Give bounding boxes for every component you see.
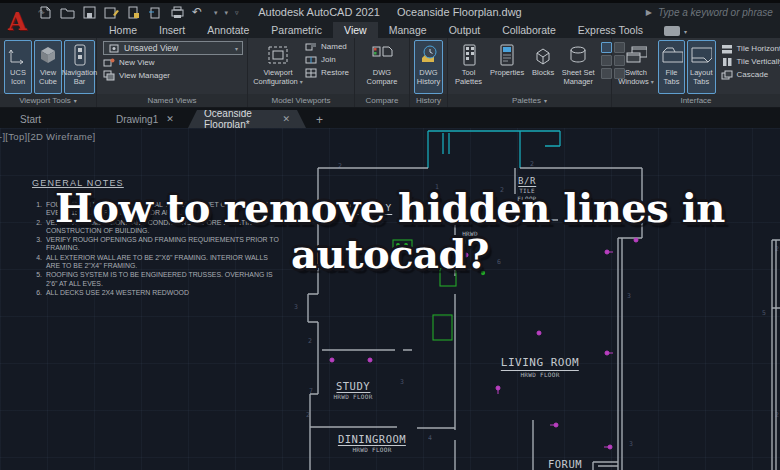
- chevron-down-icon: ▾: [651, 79, 654, 85]
- properties-button[interactable]: Properties: [487, 40, 527, 94]
- viewport-configuration-button[interactable]: Viewport Configuration ▾: [252, 40, 304, 94]
- panel-label-model-viewports[interactable]: Model Viewports: [248, 94, 354, 107]
- dimension-number: 7: [309, 387, 313, 395]
- named-view-dropdown[interactable]: Unsaved View ▾: [103, 41, 243, 55]
- help-search[interactable]: ▶ Type a keyword or phrase: [646, 7, 778, 18]
- tool-palettes-icon: [458, 43, 480, 67]
- join-viewports-button[interactable]: Join: [305, 54, 349, 65]
- panel-caret-icon: ▾: [74, 97, 77, 104]
- tool-palettes-button[interactable]: ToolPalettes: [452, 40, 485, 94]
- tab-collaborate[interactable]: Collaborate: [491, 22, 567, 38]
- switch-windows-icon: [625, 43, 647, 67]
- qat-customize-icon[interactable]: ▿: [235, 9, 239, 17]
- dimension-number: 5: [762, 309, 766, 317]
- close-icon[interactable]: ✕: [166, 114, 174, 124]
- file-tab-oceanside-floorplan[interactable]: Oceanside Floorplan*✕: [188, 110, 306, 128]
- cube-icon: [37, 43, 59, 67]
- switch-windows-button[interactable]: SwitchWindows ▾: [616, 40, 656, 94]
- redo-icon[interactable]: ↷: [38, 6, 53, 19]
- dwg-compare-icon: [371, 43, 393, 67]
- ribbon-image-icon: [664, 26, 680, 36]
- save-as-icon[interactable]: [104, 6, 119, 19]
- view-manager-icon: [103, 70, 115, 81]
- tab-output[interactable]: Output: [438, 22, 492, 38]
- redo-dropdown-icon[interactable]: ▾: [225, 9, 229, 17]
- autocad-app-menu-icon[interactable]: A: [4, 7, 30, 39]
- publish-icon[interactable]: [148, 6, 163, 19]
- dimension-numbers: 2122327234336522: [0, 128, 780, 470]
- sheet-set-manager-button[interactable]: Sheet SetManager: [559, 40, 597, 94]
- dwg-compare-button[interactable]: DWGCompare: [360, 40, 404, 94]
- overlay-title-line1: How to remove hidden lines in: [0, 185, 780, 231]
- panel-label-history[interactable]: History: [410, 94, 447, 107]
- ribbon-tab-row: Home Insert Annotate Parametric View Man…: [0, 22, 780, 38]
- ribbon-tabs: Home Insert Annotate Parametric View Man…: [98, 22, 654, 38]
- file-tab-drawing1[interactable]: Drawing1✕: [100, 110, 188, 128]
- panel-palettes: ToolPalettes Properties Blocks Sheet Set…: [448, 38, 612, 107]
- panel-label-palettes[interactable]: Palettes▾: [448, 94, 611, 107]
- restore-viewports-button[interactable]: Restore: [305, 67, 349, 78]
- panel-label-viewport-tools[interactable]: Viewport Tools▾: [0, 94, 96, 107]
- tab-manage[interactable]: Manage: [378, 22, 438, 38]
- properties-icon: [496, 43, 518, 67]
- plot-icon[interactable]: [126, 6, 141, 19]
- command-line-toggle-icon[interactable]: [601, 42, 612, 53]
- close-icon[interactable]: ✕: [282, 114, 290, 124]
- tab-parametric[interactable]: Parametric: [260, 22, 333, 38]
- panel-caret-icon: ▾: [544, 97, 547, 104]
- open-folder-icon[interactable]: [60, 6, 75, 19]
- tab-express-tools[interactable]: Express Tools: [567, 22, 654, 38]
- file-tabs-button[interactable]: FileTabs: [658, 40, 685, 94]
- chevron-down-icon: ▾: [235, 45, 238, 52]
- search-arrow-icon[interactable]: ▶: [646, 8, 652, 17]
- title-bar: A ↶ ▾ ↷ ▾ ▿ Autodesk AutoCAD 2021: [0, 0, 780, 22]
- print-icon[interactable]: [170, 6, 185, 19]
- count-palette-icon[interactable]: [601, 68, 612, 79]
- blocks-button[interactable]: Blocks: [529, 40, 557, 94]
- ribbon-display-toggle[interactable]: ▾: [664, 26, 687, 36]
- tile-horizontally-button[interactable]: Tile Horizontally: [721, 43, 780, 54]
- design-center-icon[interactable]: [601, 55, 612, 66]
- new-view-button[interactable]: New View: [103, 57, 244, 68]
- dwg-history-button[interactable]: DWGHistory: [414, 40, 443, 94]
- view-manager-button[interactable]: View Manager: [103, 70, 244, 81]
- blocks-icon: [532, 43, 554, 67]
- new-drawing-tab-button[interactable]: +: [316, 115, 323, 125]
- chevron-down-icon: ▾: [300, 79, 303, 85]
- panel-interface: SwitchWindows ▾ FileTabs LayoutTabs: [612, 38, 780, 107]
- dimension-number: 3: [629, 440, 633, 448]
- drawing-canvas[interactable]: [-][Top][2D Wireframe] GENERAL NOTES 1.F…: [0, 128, 780, 470]
- dimension-number: 3: [627, 292, 631, 300]
- panel-label-interface[interactable]: Interface: [612, 94, 780, 107]
- cascade-button[interactable]: Cascade: [721, 69, 780, 80]
- tab-home[interactable]: Home: [98, 22, 148, 38]
- layout-tabs-icon: [690, 43, 712, 67]
- panel-viewport-tools: UCSIcon ViewCube NavigationBar Viewport …: [0, 38, 97, 107]
- tile-vertically-button[interactable]: Tile Vertically: [721, 56, 780, 67]
- named-viewports-button[interactable]: Named: [305, 41, 349, 52]
- panel-label-named-views[interactable]: Named Views: [97, 94, 247, 107]
- save-icon[interactable]: [82, 6, 97, 19]
- tab-view[interactable]: View: [333, 22, 378, 38]
- panel-label-compare[interactable]: Compare: [355, 94, 409, 107]
- tab-insert[interactable]: Insert: [148, 22, 196, 38]
- tile-horizontal-icon: [721, 43, 733, 54]
- dimension-number: 3: [400, 378, 404, 386]
- file-tab-bar: Start Drawing1✕ Oceanside Floorplan*✕ +: [0, 108, 780, 128]
- tab-annotate[interactable]: Annotate: [196, 22, 260, 38]
- layout-tabs-button[interactable]: LayoutTabs: [687, 40, 716, 94]
- overlay-title: How to remove hidden lines in autocad?: [0, 185, 780, 277]
- navigation-bar-button[interactable]: NavigationBar: [64, 40, 95, 94]
- dimension-number: 2: [306, 411, 310, 419]
- undo-dropdown-icon[interactable]: ▾: [214, 9, 218, 17]
- undo-icon[interactable]: ↶: [192, 6, 207, 19]
- ucs-icon-button[interactable]: UCSIcon: [4, 40, 32, 94]
- ucs-axes-icon: [7, 43, 29, 67]
- dwg-history-icon: [418, 43, 440, 67]
- file-tab-start[interactable]: Start: [4, 110, 100, 128]
- view-cube-button[interactable]: ViewCube: [34, 40, 62, 94]
- tile-vertical-icon: [721, 56, 733, 67]
- search-placeholder[interactable]: Type a keyword or phrase: [658, 7, 778, 18]
- navigation-bar-icon: [69, 43, 91, 67]
- sheet-set-icon: [567, 43, 589, 67]
